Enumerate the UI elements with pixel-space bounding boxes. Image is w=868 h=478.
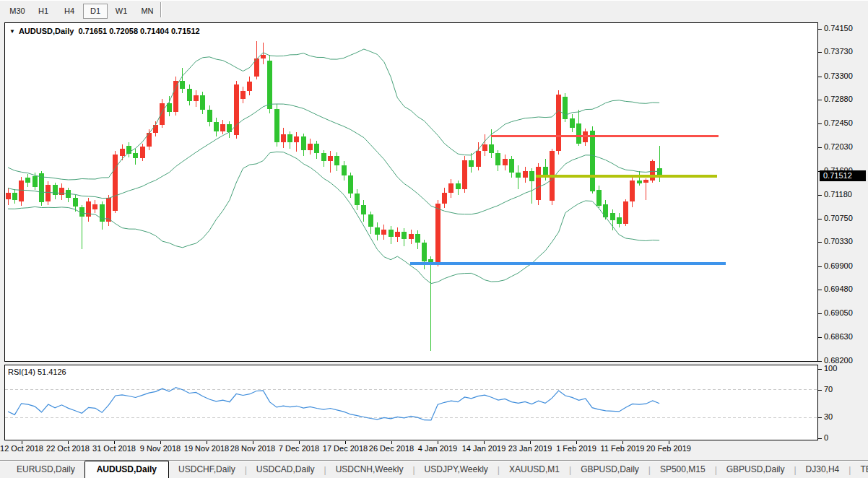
timeframe-button-D1[interactable]: D1 <box>83 4 108 19</box>
candle-body <box>32 176 38 187</box>
price-axis-tick <box>818 242 822 243</box>
candle-body <box>301 136 306 150</box>
rsi-indicator-panel[interactable] <box>4 365 818 440</box>
rsi-axis-tick <box>818 438 822 439</box>
rsi-axis-tick <box>818 390 822 391</box>
candle-body <box>556 95 561 150</box>
candle-body <box>12 193 17 201</box>
chart-tab-dj30-h4[interactable]: DJ30,H4 <box>797 461 849 478</box>
candle-body <box>19 181 24 201</box>
candle-body <box>140 147 145 158</box>
candle-body <box>637 181 642 184</box>
tab-separator: | <box>569 465 571 475</box>
candle-body <box>187 89 192 101</box>
date-axis-label: 14 Jan 2019 <box>462 444 506 453</box>
candle-body <box>227 124 232 132</box>
candle-body <box>120 149 125 155</box>
timeframe-button-W1[interactable]: W1 <box>109 4 134 19</box>
date-axis-label: 28 Nov 2018 <box>230 444 275 453</box>
candle-body <box>361 205 366 215</box>
candle-body <box>643 180 648 183</box>
price-axis-tick <box>818 77 822 77</box>
candle-body <box>448 183 453 192</box>
chart-title: ▼AUDUSD,Daily 0.71651 0.72058 0.71404 0.… <box>9 27 200 35</box>
timeframe-button-H4[interactable]: H4 <box>57 4 82 19</box>
price-axis-label: 0.72030 <box>824 142 853 151</box>
price-axis-label: 0.73300 <box>824 71 853 80</box>
candle-body <box>281 134 286 142</box>
candle-body <box>623 201 628 224</box>
timeframe-button-H1[interactable]: H1 <box>31 4 56 19</box>
candle-body <box>200 95 205 110</box>
candle-body <box>207 110 212 122</box>
candle-body <box>381 230 386 235</box>
date-axis-label: 9 Nov 2018 <box>140 444 181 453</box>
tab-separator: | <box>324 465 326 475</box>
chart-tab-xauusd-m1[interactable]: XAUUSD,M1 <box>500 461 569 478</box>
date-axis-label: 4 Jan 2019 <box>418 444 457 453</box>
date-axis-label: 12 Oct 2018 <box>0 444 43 453</box>
candle-body <box>214 122 219 131</box>
price-axis-label: 0.70750 <box>824 214 853 222</box>
date-axis-label: 17 Dec 2018 <box>323 444 368 453</box>
candle-body <box>389 230 394 238</box>
candle-body <box>503 159 508 165</box>
timeframe-button-MN[interactable]: MN <box>135 4 160 19</box>
price-axis-label: 0.69050 <box>824 308 853 317</box>
candle-body <box>570 118 575 128</box>
timeframe-button-M30[interactable]: M30 <box>5 4 30 19</box>
candle-body <box>113 155 118 211</box>
candle-body <box>482 144 487 151</box>
price-axis-tick <box>818 313 822 314</box>
price-axis-tick <box>818 123 822 124</box>
candle-body <box>274 109 279 142</box>
candle-body <box>395 232 400 238</box>
chart-tab-gbpusd-daily[interactable]: GBPUSD,Daily <box>717 461 794 478</box>
tab-separator: | <box>498 465 500 475</box>
chart-tab-tech10[interactable]: TECH10 <box>851 461 868 478</box>
date-axis-label: 20 Feb 2019 <box>646 444 691 453</box>
price-axis-tick <box>818 361 822 362</box>
candle-body <box>456 183 461 189</box>
tab-separator: | <box>715 465 717 475</box>
chart-tab-usdcnh-weekly[interactable]: USDCNH,Weekly <box>326 461 413 478</box>
rsi-axis-label: 100 <box>824 364 837 373</box>
candle-body <box>79 207 84 217</box>
rsi-line <box>8 388 659 420</box>
candle-body <box>59 188 64 196</box>
candle-body <box>6 193 11 199</box>
date-axis-label: 22 Oct 2018 <box>46 444 90 453</box>
chart-tab-sp500-m15[interactable]: SP500,M15 <box>651 461 715 478</box>
candle-body <box>576 123 581 143</box>
price-axis-tick <box>818 147 822 148</box>
chart-tab-eurusd-daily[interactable]: EURUSD,Daily <box>7 461 84 478</box>
price-axis-label: 0.69480 <box>824 284 853 293</box>
price-chart-canvas[interactable] <box>5 23 817 361</box>
candle-body <box>469 160 474 167</box>
chart-tab-usdjpy-weekly[interactable]: USDJPY,Weekly <box>415 461 498 478</box>
price-axis-label: 0.72450 <box>824 118 853 127</box>
chart-tab-usdchf-daily[interactable]: USDCHF,Daily <box>169 461 245 478</box>
candle-body <box>348 175 353 194</box>
candle-body <box>287 134 292 142</box>
candle-body <box>402 232 407 240</box>
candle-body <box>422 243 427 261</box>
candle-body <box>194 95 199 101</box>
candle-body <box>220 124 225 131</box>
candle-body <box>516 173 521 178</box>
date-axis-label: 19 Nov 2018 <box>184 444 229 453</box>
price-axis-label: 0.73730 <box>824 47 853 56</box>
candle-body <box>536 167 541 200</box>
price-axis-tick <box>818 29 822 30</box>
candle-body <box>240 91 246 99</box>
candle-body <box>342 165 347 175</box>
chart-tab-audusd-daily[interactable]: AUDUSD,Daily <box>84 461 169 478</box>
candle-body <box>630 181 635 201</box>
candle-body <box>53 185 58 196</box>
price-chart-panel[interactable] <box>4 22 818 362</box>
price-axis-tick <box>818 52 822 53</box>
candle-body <box>133 153 138 158</box>
chart-tab-gbpusd-daily[interactable]: GBPUSD,Daily <box>571 461 648 478</box>
chart-tab-usdcad-daily[interactable]: USDCAD,Daily <box>247 461 324 478</box>
candle-body <box>25 178 30 183</box>
